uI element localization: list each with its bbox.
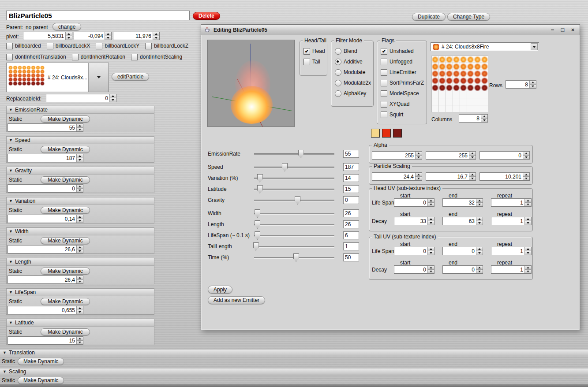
- section-latitude-spinner-increment-button[interactable]: [77, 337, 83, 341]
- make-dynamic-button[interactable]: Make Dynamic: [41, 237, 90, 244]
- section-gravity-spinner-increment-button[interactable]: [77, 185, 83, 189]
- tail-uv-decay-end-spinner-increment-button[interactable]: [476, 266, 483, 270]
- minimize-icon[interactable]: −: [549, 26, 556, 33]
- section-header-gravity[interactable]: ▼Gravity: [7, 167, 154, 175]
- replaceable-id-spinner[interactable]: 0: [46, 94, 116, 102]
- slider-9[interactable]: [254, 253, 334, 262]
- make-dynamic-button[interactable]: Make Dynamic: [41, 115, 90, 123]
- section-emissionrate-spinner-decrement-button[interactable]: [77, 128, 83, 131]
- rows-spinner-increment-button[interactable]: [530, 81, 536, 85]
- close-icon[interactable]: ×: [569, 26, 577, 33]
- particle-name-input[interactable]: [6, 11, 190, 20]
- section-header-emissionrate[interactable]: ▼EmissionRate: [7, 106, 154, 114]
- flag-squirt[interactable]: Squirt: [381, 112, 426, 118]
- slider-thumb[interactable]: [257, 185, 263, 194]
- particle-preview-viewport[interactable]: [207, 40, 295, 127]
- section-variation-spinner-increment-button[interactable]: [77, 215, 83, 219]
- make-dynamic-button[interactable]: Make Dynamic: [41, 146, 90, 153]
- tail-uv-decay-start-spinner[interactable]: 0: [394, 265, 434, 274]
- slider-thumb[interactable]: [253, 242, 259, 251]
- make-dynamic-button[interactable]: Make Dynamic: [41, 298, 90, 305]
- flag-modelspace-checkbox[interactable]: [381, 90, 387, 97]
- section-latitude-spinner[interactable]: 15: [7, 336, 83, 345]
- tail-uv-decay-end-spinner-decrement-button[interactable]: [476, 270, 483, 273]
- checkbox-billboardLockX-checkbox[interactable]: [47, 43, 53, 49]
- section-speed-spinner[interactable]: 187: [7, 154, 83, 162]
- pivot-x-spinner-decrement-button[interactable]: [66, 36, 72, 40]
- edit-particle-button[interactable]: editParticle: [112, 73, 149, 81]
- color-swatch-0[interactable]: [371, 129, 380, 138]
- section-lifespan-spinner[interactable]: 0,655: [7, 306, 83, 314]
- dialog-texture-combobox[interactable]: # 24: Clouds8x8Fire: [431, 42, 539, 51]
- flag-lineemitter[interactable]: LineEmitter: [381, 69, 426, 75]
- slider-0[interactable]: [254, 149, 334, 158]
- section-header-translation[interactable]: ▼Translation: [0, 349, 588, 356]
- make-dynamic-button[interactable]: Make Dynamic: [41, 176, 90, 183]
- pivot-x-spinner-increment-button[interactable]: [66, 32, 72, 36]
- flag-unshaded[interactable]: ✔Unshaded: [381, 48, 426, 54]
- section-lifespan-spinner-decrement-button[interactable]: [77, 310, 83, 314]
- filter-blend[interactable]: Blend: [335, 48, 372, 54]
- slider-thumb[interactable]: [282, 163, 288, 171]
- section-variation-spinner-decrement-button[interactable]: [77, 219, 83, 223]
- color-swatch-1[interactable]: [382, 129, 391, 138]
- replaceable-id-spinner-decrement-button[interactable]: [110, 98, 116, 102]
- checkbox-billboardLockZ-checkbox[interactable]: [145, 43, 152, 49]
- columns-spinner[interactable]: 8: [459, 114, 488, 123]
- flag-sortprimsfarz[interactable]: SortPrimsFarZ: [381, 80, 426, 86]
- checkbox-billboarded[interactable]: billboarded: [6, 43, 41, 49]
- pivot-z-spinner-decrement-button[interactable]: [153, 36, 159, 40]
- tail-uv-decay-repeat-spinner-decrement-button[interactable]: [525, 270, 531, 273]
- make-dynamic-button[interactable]: Make Dynamic: [41, 207, 90, 214]
- flag-unshaded-checkbox[interactable]: ✔: [381, 48, 387, 55]
- slider-thumb[interactable]: [255, 209, 260, 218]
- checkbox-billboardLockZ[interactable]: billboardLockZ: [145, 43, 188, 49]
- pivot-z-spinner-increment-button[interactable]: [153, 32, 159, 36]
- dialog-texture-dropdown-button[interactable]: [531, 43, 538, 50]
- pivot-y-spinner-decrement-button[interactable]: [105, 36, 111, 40]
- filter-modulate[interactable]: Modulate: [335, 69, 372, 75]
- slider-thumb[interactable]: [293, 253, 299, 262]
- make-dynamic-button[interactable]: Make Dynamic: [41, 268, 90, 275]
- section-header-variation[interactable]: ▼Variation: [7, 197, 154, 205]
- section-gravity-spinner-decrement-button[interactable]: [77, 189, 83, 192]
- flag-unfogged[interactable]: Unfogged: [381, 59, 426, 65]
- tail-uv-decay-start-spinner-increment-button[interactable]: [428, 266, 434, 270]
- checkbox-dontInheritRotation-checkbox[interactable]: [72, 54, 79, 60]
- slider-thumb[interactable]: [255, 231, 260, 240]
- filter-modulate2x-radio[interactable]: [335, 80, 341, 86]
- slider-thumb[interactable]: [257, 174, 263, 182]
- headtail-tail-checkbox[interactable]: [303, 59, 310, 65]
- flag-modelspace[interactable]: ModelSpace: [381, 90, 426, 97]
- slider-3[interactable]: [254, 185, 334, 194]
- tail-uv-decay-start-spinner-decrement-button[interactable]: [428, 270, 434, 273]
- filter-alphakey-radio[interactable]: [335, 90, 341, 97]
- section-header-latitude[interactable]: ▼Latitude: [7, 319, 154, 327]
- slider-4[interactable]: [254, 196, 334, 205]
- maximize-icon[interactable]: □: [559, 26, 566, 33]
- section-width-spinner-increment-button[interactable]: [77, 246, 83, 249]
- section-emissionrate-spinner[interactable]: 55: [7, 123, 83, 132]
- section-header-scaling[interactable]: ▼Scaling: [0, 368, 588, 375]
- section-header-speed[interactable]: ▼Speed: [7, 137, 154, 144]
- tail-uv-decay-repeat-spinner[interactable]: 1: [491, 265, 532, 274]
- checkbox-billboardLockX[interactable]: billboardLockX: [47, 43, 90, 49]
- tail-uv-decay-repeat-spinner-increment-button[interactable]: [525, 266, 531, 270]
- headtail-head[interactable]: ✔Head: [303, 48, 326, 54]
- duplicate-button[interactable]: Duplicate: [412, 13, 446, 21]
- pivot-y-spinner-increment-button[interactable]: [105, 32, 111, 36]
- filter-modulate-radio[interactable]: [335, 69, 341, 76]
- flag-squirt-checkbox[interactable]: [381, 112, 387, 118]
- section-header-width[interactable]: ▼Width: [7, 228, 154, 235]
- replaceable-id-spinner-increment-button[interactable]: [110, 94, 116, 98]
- filter-modulate2x[interactable]: Modulate2x: [335, 80, 372, 86]
- filter-alphakey[interactable]: AlphaKey: [335, 90, 372, 97]
- checkbox-dontInheritTranslation-checkbox[interactable]: [6, 54, 13, 60]
- change-parent-button[interactable]: change: [52, 23, 81, 30]
- section-length-spinner-decrement-button[interactable]: [77, 280, 83, 283]
- dialog-titlebar[interactable]: Editing BlizParticle05 − □ ×: [201, 25, 580, 35]
- section-header-lifespan[interactable]: ▼LifeSpan: [7, 289, 154, 296]
- section-header-length[interactable]: ▼Length: [7, 258, 154, 266]
- delete-button[interactable]: Delete: [193, 12, 220, 20]
- make-dynamic-button[interactable]: Make Dynamic: [41, 328, 90, 335]
